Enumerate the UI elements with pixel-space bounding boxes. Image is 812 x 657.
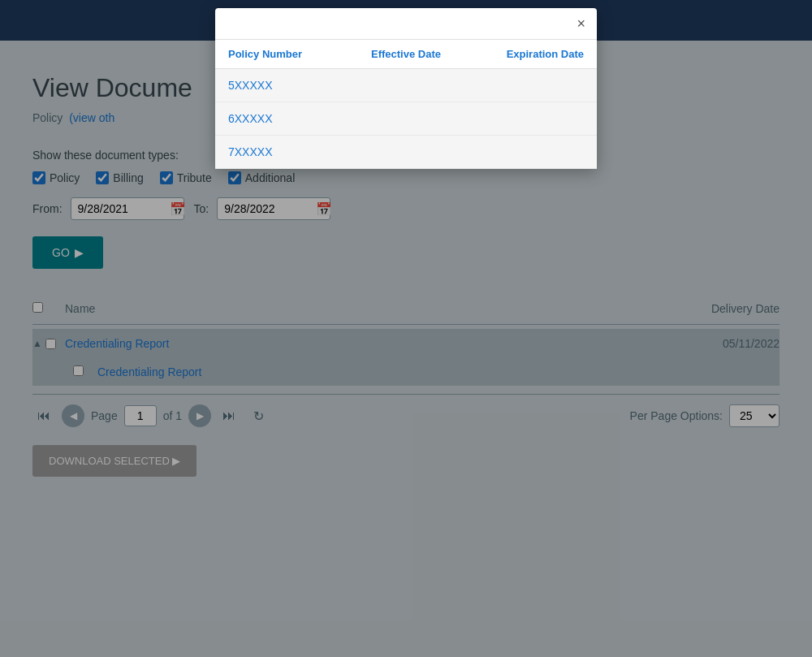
modal-policy-row-1[interactable]: 5XXXXX: [215, 69, 597, 102]
modal-col-effective-date: Effective Date: [347, 48, 465, 60]
policy-number-3: 7XXXXX: [228, 145, 347, 158]
modal-policy-row-2[interactable]: 6XXXXX: [215, 102, 597, 136]
expiration-date-3: [465, 145, 584, 158]
modal-header: ×: [215, 8, 597, 40]
effective-date-1: [347, 79, 465, 92]
modal-policy-row-3[interactable]: 7XXXXX: [215, 136, 597, 169]
effective-date-2: [347, 112, 465, 125]
effective-date-3: [347, 145, 465, 158]
modal-table-header: Policy Number Effective Date Expiration …: [215, 40, 597, 69]
modal-close-button[interactable]: ×: [577, 16, 585, 31]
modal-col-expiration-date: Expiration Date: [465, 48, 584, 60]
modal-body: 5XXXXX 6XXXXX 7XXXXX: [215, 69, 597, 169]
policy-number-2: 6XXXXX: [228, 112, 347, 125]
policy-selection-modal: × Policy Number Effective Date Expiratio…: [215, 8, 597, 169]
policy-number-1: 5XXXXX: [228, 79, 347, 92]
expiration-date-1: [465, 79, 584, 92]
expiration-date-2: [465, 112, 584, 125]
modal-col-policy-number: Policy Number: [228, 48, 347, 60]
